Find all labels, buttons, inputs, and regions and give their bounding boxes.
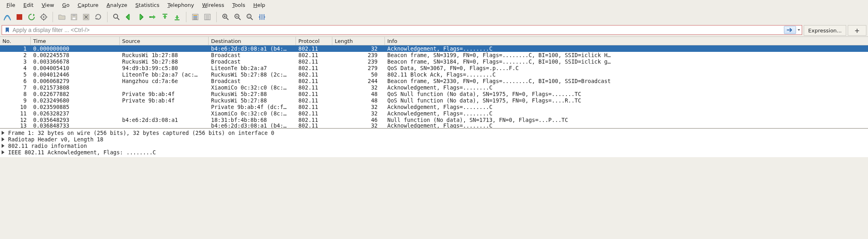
packet-details-pane[interactable]: Frame 1: 32 bytes on wire (256 bits), 32… — [0, 128, 868, 157]
menu-edit[interactable]: Edit — [19, 1, 38, 10]
cell-protocol: 802.11 — [296, 78, 332, 84]
save-file-button[interactable] — [68, 11, 80, 23]
menu-statistics[interactable]: Statistics — [131, 1, 163, 10]
expand-icon[interactable] — [2, 131, 6, 135]
close-file-icon — [82, 13, 90, 21]
auto-scroll-button[interactable] — [190, 11, 201, 23]
cell-destination: Broadcast — [209, 58, 296, 65]
packet-row[interactable]: 20.002245578RuckusWi_1b:27:88Broadcast80… — [0, 52, 868, 58]
start-capture-button[interactable] — [2, 11, 13, 23]
cell-source: LiteonTe_bb:2a:a7 (ac:… — [120, 71, 209, 78]
menu-tools[interactable]: Tools — [228, 1, 249, 10]
open-file-button[interactable] — [56, 11, 68, 23]
expression-button[interactable]: Expression... — [804, 25, 846, 36]
packet-row[interactable]: 70.021573808XiaomiCo_0c:32:c0 (8c:…802.1… — [0, 84, 868, 91]
resize-columns-button[interactable] — [256, 11, 268, 23]
zoom-out-icon — [234, 13, 242, 21]
column-header-source[interactable]: Source — [120, 37, 209, 45]
cell-destination: XiaomiCo_0c:32:c0 (8c:… — [209, 110, 296, 117]
svg-point-2 — [43, 16, 44, 18]
colorize-button[interactable] — [202, 11, 213, 23]
cell-destination: Broadcast — [209, 78, 296, 84]
cell-destination: b4:e6:2d:d3:08:a1 (b4:… — [209, 123, 296, 128]
tree-item[interactable]: Frame 1: 32 bytes on wire (256 bits), 32… — [2, 130, 866, 136]
packet-row[interactable]: 110.026328237XiaomiCo_0c:32:c0 (8c:…802.… — [0, 110, 868, 117]
add-filter-button[interactable]: + — [848, 25, 866, 36]
menu-wireless[interactable]: Wireless — [198, 1, 228, 10]
reload-button[interactable] — [93, 11, 104, 23]
display-filter-bar: Expression... + — [0, 24, 868, 36]
cell-time: 0.022677882 — [31, 91, 120, 97]
packet-row[interactable]: 120.035648293b4:e6:2d:d3:08:a118:31:bf:4… — [0, 117, 868, 123]
svg-rect-9 — [72, 17, 76, 19]
svg-point-13 — [149, 16, 151, 18]
menu-view[interactable]: View — [38, 1, 58, 10]
packet-row[interactable]: 60.006068279Hangzhou_cd:7a:6eBroadcast80… — [0, 78, 868, 84]
svg-line-12 — [117, 18, 119, 20]
go-forward-button[interactable] — [135, 11, 146, 23]
cell-source: RuckusWi_1b:27:88 — [120, 52, 209, 58]
packet-row[interactable]: 30.003366678RuckusWi_5b:27:88Broadcast80… — [0, 58, 868, 65]
packet-list[interactable]: 10.000000000b4:e6:2d:d3:08:a1 (b4:…802.1… — [0, 45, 868, 128]
packet-row[interactable]: 50.004012446LiteonTe_bb:2a:a7 (ac:…Rucku… — [0, 71, 868, 78]
stop-capture-button[interactable] — [14, 11, 25, 23]
tree-item[interactable]: Radiotap Header v0, Length 18 — [2, 136, 866, 143]
menu-telephony[interactable]: Telephony — [163, 1, 198, 10]
column-header-time[interactable]: Time — [31, 37, 120, 45]
display-filter-field-wrap[interactable] — [2, 25, 802, 35]
menu-help[interactable]: Help — [249, 1, 269, 10]
capture-options-button[interactable] — [38, 11, 49, 23]
go-first-button[interactable] — [159, 11, 171, 23]
filter-history-dropdown[interactable] — [797, 26, 801, 34]
tree-item[interactable]: 802.11 radio information — [2, 143, 866, 149]
cell-time: 0.036848733 — [31, 123, 120, 128]
expand-icon[interactable] — [2, 144, 6, 148]
expand-icon[interactable] — [2, 137, 6, 141]
zoom-out-button[interactable] — [232, 11, 243, 23]
toolbar-separator — [107, 12, 108, 22]
column-header-info[interactable]: Info — [385, 37, 868, 45]
menu-bar: FileEditViewGoCaptureAnalyzeStatisticsTe… — [0, 0, 868, 11]
menu-capture[interactable]: Capture — [74, 1, 103, 10]
cell-length: 244 — [332, 78, 385, 84]
display-filter-input[interactable] — [12, 26, 784, 34]
toolbar-separator — [216, 12, 217, 22]
close-file-button[interactable] — [80, 11, 92, 23]
packet-row[interactable]: 90.023249680Private_9b:ab:4fRuckusWi_5b:… — [0, 97, 868, 104]
menu-file[interactable]: File — [2, 1, 19, 10]
find-packet-button[interactable] — [111, 11, 122, 23]
cell-info: Acknowledgement, Flags=........C — [385, 45, 868, 52]
cell-info: Acknowledgement, Flags=........C — [385, 104, 868, 110]
go-last-button[interactable] — [171, 11, 183, 23]
packet-row[interactable]: 40.00400541094:d9:b3:99:c5:80LiteonTe_bb… — [0, 65, 868, 71]
expand-icon[interactable] — [2, 150, 6, 154]
column-header-destination[interactable]: Destination — [209, 37, 296, 45]
zoom-reset-icon: 1 — [246, 13, 254, 21]
start-capture-icon — [3, 13, 11, 21]
cell-info: Null function (No data), SN=1713, FN=0, … — [385, 117, 868, 123]
packet-row[interactable]: 10.000000000b4:e6:2d:d3:08:a1 (b4:…802.1… — [0, 45, 868, 52]
column-header-length[interactable]: Length — [332, 37, 385, 45]
cell-source: Hangzhou_cd:7a:6e — [120, 78, 209, 84]
packet-row[interactable]: 130.036848733b4:e6:2d:d3:08:a1 (b4:…802.… — [0, 123, 868, 128]
cell-length: 239 — [332, 58, 385, 65]
zoom-reset-button[interactable]: 1 — [244, 11, 256, 23]
packet-row[interactable]: 100.023590885Private_9b:ab:4f (dc:f…802.… — [0, 104, 868, 110]
cell-destination: RuckusWi_5b:27:88 (2c:… — [209, 71, 296, 78]
zoom-in-button[interactable] — [220, 11, 231, 23]
go-back-button[interactable] — [123, 11, 134, 23]
restart-capture-button[interactable] — [26, 11, 37, 23]
column-header-protocol[interactable]: Protocol — [296, 37, 332, 45]
tree-item-label: 802.11 radio information — [8, 143, 87, 149]
go-to-packet-button[interactable] — [147, 11, 158, 23]
packet-row[interactable]: 80.022677882Private_9b:ab:4fRuckusWi_5b:… — [0, 91, 868, 97]
apply-filter-button[interactable] — [784, 26, 796, 34]
main-toolbar: 1 — [0, 11, 868, 24]
tree-item[interactable]: IEEE 802.11 Acknowledgement, Flags: ....… — [2, 149, 866, 156]
cell-info: Acknowledgement, Flags=........C — [385, 123, 868, 128]
cell-destination: RuckusWi_5b:27:88 — [209, 97, 296, 104]
menu-go[interactable]: Go — [58, 1, 74, 10]
menu-analyze[interactable]: Analyze — [103, 1, 131, 10]
bookmark-icon[interactable] — [4, 27, 10, 33]
column-header-no[interactable]: No. — [0, 37, 31, 45]
